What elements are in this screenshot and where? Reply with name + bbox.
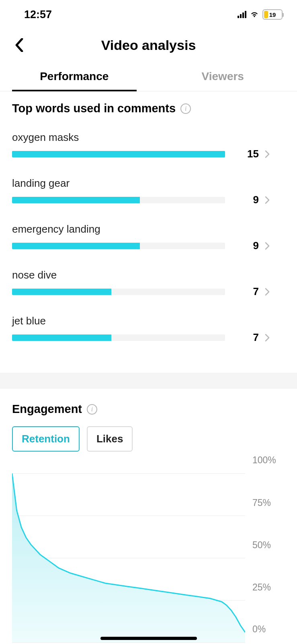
- y-axis-label-50: 50%: [252, 540, 271, 551]
- y-axis-label-0: 0%: [252, 624, 266, 635]
- word-label: oxygen masks: [12, 131, 285, 144]
- header: Video analysis: [0, 29, 297, 64]
- info-icon[interactable]: i: [87, 404, 97, 415]
- bar-fill: [12, 197, 140, 203]
- bar-track: [12, 197, 225, 203]
- word-count: 9: [225, 194, 261, 206]
- bar-track: [12, 151, 225, 157]
- chevron-right-icon: [261, 242, 273, 250]
- battery-icon: 19: [262, 9, 283, 20]
- info-icon[interactable]: i: [180, 103, 191, 114]
- tab-viewers[interactable]: Viewers: [149, 64, 297, 91]
- bar-fill: [12, 151, 225, 157]
- top-words-list: oxygen masks15landing gear9emergency lan…: [0, 115, 297, 373]
- engagement-chips: Retention Likes: [12, 426, 285, 452]
- word-row: 9: [12, 239, 285, 252]
- word-item[interactable]: nose dive7: [12, 269, 285, 298]
- word-label: nose dive: [12, 269, 285, 281]
- wifi-icon: [250, 10, 259, 19]
- word-count: 7: [225, 331, 261, 344]
- chevron-right-icon: [261, 196, 273, 204]
- bar-track: [12, 334, 225, 341]
- word-count: 9: [225, 239, 261, 252]
- tab-performance[interactable]: Performance: [0, 64, 149, 91]
- chevron-right-icon: [261, 334, 273, 342]
- word-label: emergency landing: [12, 223, 285, 235]
- y-axis-label-75: 75%: [252, 497, 271, 508]
- word-item[interactable]: landing gear9: [12, 177, 285, 206]
- word-count: 7: [225, 285, 261, 298]
- word-item[interactable]: jet blue7: [12, 315, 285, 344]
- word-label: landing gear: [12, 177, 285, 190]
- bar-fill: [12, 289, 111, 295]
- word-row: 9: [12, 194, 285, 206]
- chevron-right-icon: [261, 150, 273, 158]
- home-indicator[interactable]: [100, 637, 197, 640]
- chevron-left-icon: [15, 38, 24, 52]
- top-words-section: Top words used in comments i: [0, 91, 297, 115]
- y-axis-label-25: 25%: [252, 582, 271, 593]
- y-axis-label-100: 100%: [252, 455, 276, 466]
- status-bar: 12:57 19: [0, 0, 297, 29]
- retention-area-icon: [12, 473, 245, 642]
- chip-retention[interactable]: Retention: [12, 426, 80, 452]
- status-right: 19: [238, 9, 283, 20]
- bar-track: [12, 243, 225, 249]
- top-words-title: Top words used in comments: [12, 102, 176, 115]
- retention-chart: 100% 75% 50% 25% 0%: [0, 460, 297, 642]
- bar-fill: [12, 243, 140, 249]
- engagement-title: Engagement: [12, 402, 82, 416]
- cellular-signal-icon: [238, 11, 246, 18]
- chart-plot-area: [12, 473, 245, 642]
- bar-fill: [12, 334, 111, 341]
- engagement-section: Engagement i Retention Likes: [0, 389, 297, 460]
- tabs: Performance Viewers: [0, 64, 297, 91]
- word-row: 7: [12, 331, 285, 344]
- word-item[interactable]: emergency landing9: [12, 223, 285, 252]
- status-time: 12:57: [24, 8, 52, 21]
- chevron-right-icon: [261, 288, 273, 296]
- battery-percent: 19: [264, 11, 281, 18]
- word-label: jet blue: [12, 315, 285, 327]
- word-count: 15: [225, 148, 261, 160]
- word-item[interactable]: oxygen masks15: [12, 131, 285, 160]
- back-button[interactable]: [11, 37, 27, 53]
- word-row: 15: [12, 148, 285, 160]
- page-title: Video analysis: [27, 37, 270, 53]
- section-divider: [0, 373, 297, 389]
- chip-likes[interactable]: Likes: [87, 426, 133, 452]
- word-row: 7: [12, 285, 285, 298]
- bar-track: [12, 289, 225, 295]
